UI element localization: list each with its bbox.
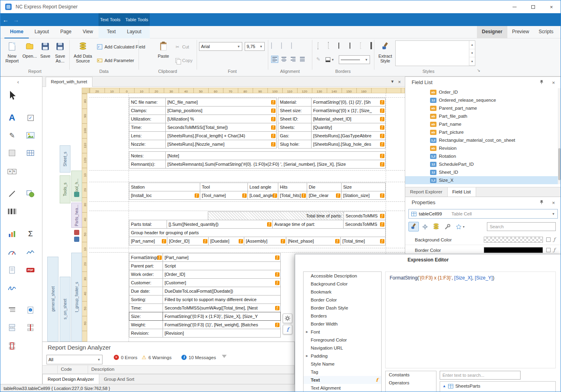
column-header[interactable]: Hits bbox=[278, 183, 307, 191]
copy-button[interactable]: Copy bbox=[174, 56, 193, 65]
ribbon-contextual-tab[interactable]: Layout bbox=[121, 26, 147, 38]
band-general-sheet[interactable]: general_sheet bbox=[47, 257, 58, 342]
ribbon-tab[interactable]: Home bbox=[4, 26, 29, 38]
smart-tag-gear-button[interactable] bbox=[283, 314, 292, 323]
table-row[interactable]: FormatString( [Part_name] bbox=[129, 253, 281, 262]
field-list-item[interactable]: 1,2 Rotation bbox=[405, 152, 561, 160]
line-tool[interactable] bbox=[4, 186, 20, 202]
total-time-row[interactable]: Total time of parts: SecondsToMMS bbox=[129, 211, 386, 220]
table-cell[interactable]: [Die_clear bbox=[307, 191, 342, 200]
table-row[interactable]: Time: SecondsToMMSS(sumWAvg([Total_time]… bbox=[129, 304, 281, 312]
new-report-button[interactable]: New Report bbox=[3, 40, 21, 68]
ribbon-tab[interactable]: Page bbox=[54, 26, 77, 38]
maximize-button[interactable] bbox=[524, 0, 542, 13]
panel-tab[interactable]: Group And Sort bbox=[99, 374, 139, 384]
add-data-source-button[interactable]: Add Data Source bbox=[72, 40, 93, 68]
filter-button[interactable] bbox=[222, 355, 227, 358]
chart-tool[interactable] bbox=[4, 226, 20, 242]
picture-box-tool[interactable] bbox=[22, 127, 39, 143]
gauge-tool[interactable] bbox=[4, 244, 20, 260]
expression-property-item[interactable]: Border Color bbox=[304, 296, 381, 304]
table-row[interactable]: Time: SecondsToMMSS([Total_time]) bbox=[129, 123, 277, 132]
analyzer-filter-combo[interactable]: All▼ bbox=[46, 355, 103, 364]
expression-property-item[interactable]: Border Width bbox=[304, 320, 381, 328]
signature-tool[interactable] bbox=[4, 280, 20, 296]
page-break-tool[interactable] bbox=[4, 320, 20, 336]
close-icon[interactable]: × bbox=[552, 80, 555, 86]
band-tools[interactable]: Tools_s bbox=[60, 175, 70, 203]
table-row[interactable]: Sheets: [Quantity] bbox=[278, 123, 386, 132]
table-cell[interactable]: [Total_time] bbox=[340, 237, 386, 245]
table-cell[interactable]: [Duedate] bbox=[208, 237, 244, 245]
styles-gallery-scroll[interactable]: ▲▼▼ bbox=[469, 41, 475, 66]
table-row[interactable]: Material: FormatString('{0}, {1} {2}', [… bbox=[278, 98, 386, 107]
info-page-tool[interactable]: i bbox=[22, 302, 39, 318]
table-cell[interactable]: [Load_angle] bbox=[247, 191, 278, 200]
table-row[interactable]: Weight: FormatString('{0:F3} {1}', [Net_… bbox=[129, 320, 281, 329]
panel-tab[interactable]: Field List bbox=[447, 187, 476, 197]
band-sheet[interactable]: Sheet_s bbox=[60, 145, 70, 173]
table-cell[interactable]: [Install_loc bbox=[129, 191, 200, 200]
favorites-button[interactable]: ▼ bbox=[453, 222, 468, 231]
shape-tool[interactable] bbox=[22, 186, 39, 202]
expression-property-item[interactable]: Navigation URL bbox=[304, 344, 381, 352]
horizontal-ruler[interactable]: 2010010203040506070809010011012013014015… bbox=[89, 88, 405, 93]
notes-row[interactable]: Notes: [Note] bbox=[129, 151, 386, 160]
table-row[interactable]: NC file name: [NC_file_name] bbox=[129, 98, 277, 107]
close-icon[interactable]: × bbox=[552, 200, 555, 206]
border-pencil-icon[interactable]: ✎ bbox=[315, 56, 322, 62]
border-bottom-icon[interactable] bbox=[318, 42, 318, 49]
close-button[interactable]: × bbox=[542, 0, 561, 13]
expression-property-item[interactable]: Bookmark bbox=[304, 288, 381, 296]
align-left-icon[interactable] bbox=[271, 56, 278, 63]
ribbon-contextual-tab[interactable]: Text bbox=[101, 26, 121, 38]
tab-list-chevron-icon[interactable]: ▼ bbox=[390, 79, 394, 84]
expression-property-item[interactable]: Foreground Color bbox=[304, 336, 381, 344]
border-line-style-combo[interactable]: ▼ bbox=[339, 55, 370, 64]
expression-property-item[interactable]: Tag bbox=[304, 368, 381, 376]
rich-text-tool[interactable]: ✎ bbox=[4, 127, 20, 143]
table-cell[interactable]: [Next_phase] bbox=[286, 237, 341, 245]
field-list-item[interactable]: ab Revision bbox=[405, 144, 561, 152]
cross-band-box-tool[interactable] bbox=[4, 338, 20, 354]
table-row[interactable]: Lens: [SheetsRuns].[Focal_length] + Char… bbox=[129, 131, 277, 140]
border-right-icon[interactable] bbox=[349, 42, 350, 49]
back-icon[interactable]: ← bbox=[0, 16, 11, 23]
field-list-item[interactable]: ab Parent_part_name bbox=[405, 104, 561, 112]
tab-close-icon[interactable]: × bbox=[398, 79, 401, 85]
table-row[interactable]: Utilization: [Utilization] % bbox=[129, 115, 277, 123]
column-header[interactable]: Description bbox=[88, 366, 294, 374]
expression-property-item[interactable]: Style Name bbox=[304, 360, 381, 368]
errors-indicator[interactable]: ×0 Errors bbox=[114, 355, 137, 360]
pdf-content-tool[interactable]: PDF bbox=[22, 262, 39, 278]
field-item[interactable]: ▲ SheetsParts bbox=[440, 382, 555, 390]
band-icon[interactable] bbox=[74, 192, 79, 197]
table-row[interactable]: Due date: DueDateToLocalFormat([Duedate]… bbox=[129, 287, 281, 296]
column-header[interactable]: Load angle bbox=[247, 183, 278, 191]
table-row[interactable]: Gas: [SheetsRuns].[GasTypeAbbre bbox=[278, 131, 386, 140]
save-as-button[interactable]: Save As... bbox=[52, 40, 68, 68]
category-item[interactable]: Constants bbox=[386, 371, 436, 379]
band-parts-header[interactable]: Parts_hea... bbox=[71, 203, 82, 228]
field-list-item[interactable]: 12 SchedulePart_ID bbox=[405, 160, 561, 168]
pin-icon[interactable] bbox=[539, 80, 544, 85]
expression-property-item[interactable]: Border Dash Style bbox=[304, 304, 381, 312]
layout-view-button[interactable] bbox=[442, 222, 452, 231]
table-row[interactable]: Nozzle: [SheetsRuns].[Nozzle_name] bbox=[129, 140, 277, 149]
font-family-combo[interactable]: Arial▼ bbox=[199, 42, 242, 51]
properties-search-input[interactable] bbox=[487, 222, 556, 231]
table-tool[interactable] bbox=[22, 145, 39, 161]
band-icon[interactable] bbox=[74, 230, 79, 235]
mode-tab[interactable]: Designer bbox=[477, 26, 507, 38]
category-item[interactable]: Operators bbox=[386, 379, 436, 387]
table-cell[interactable]: [Tool_name] bbox=[200, 191, 248, 200]
band-parts-on-sheet[interactable]: s_on_sheet bbox=[60, 277, 70, 342]
band-part-group-footer[interactable]: t_group_footer_s bbox=[71, 253, 82, 342]
field-list-item[interactable]: ab Part_picture bbox=[405, 128, 561, 136]
border-top-icon[interactable] bbox=[328, 42, 329, 49]
table-row[interactable]: Size: FormatString('{0:F3} x {1:F3}', [S… bbox=[129, 312, 281, 321]
color-swatch[interactable] bbox=[484, 247, 543, 253]
extract-style-button[interactable]: Extract Style bbox=[376, 40, 394, 68]
bar-code-tool[interactable] bbox=[4, 203, 20, 219]
panel-tab[interactable]: Report Explorer bbox=[405, 187, 447, 197]
